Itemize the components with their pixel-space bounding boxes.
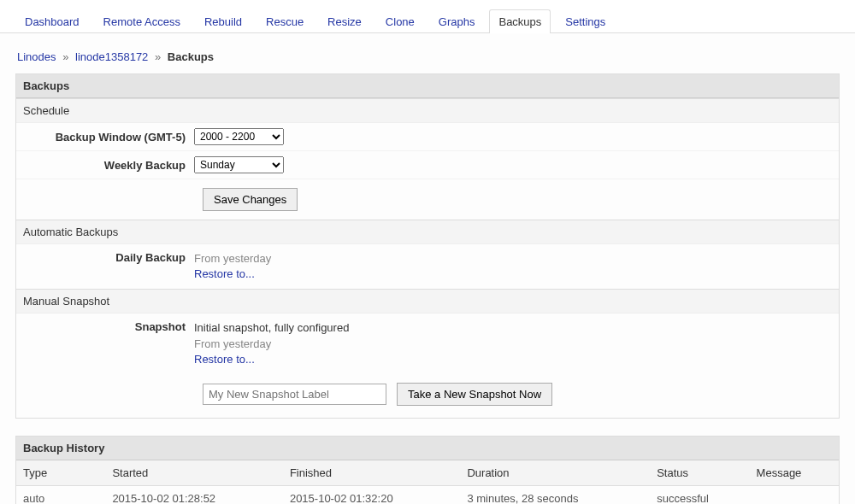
backup-window-select[interactable]: 2000 - 2200: [194, 128, 284, 145]
snapshot-label-input[interactable]: [203, 384, 386, 405]
snapshot-desc: Initial snapshot, fully configured: [194, 321, 349, 334]
breadcrumb-sep: »: [155, 50, 161, 63]
cell-finished: 2015-10-02 01:32:20: [283, 485, 461, 504]
tab-remote-access[interactable]: Remote Access: [94, 9, 190, 33]
cell-type: auto: [16, 485, 105, 504]
breadcrumb-root[interactable]: Linodes: [17, 50, 56, 63]
automatic-backups-header: Automatic Backups: [16, 220, 839, 244]
breadcrumb-sep: »: [62, 50, 68, 63]
tab-rescue[interactable]: Rescue: [256, 9, 313, 33]
take-snapshot-button[interactable]: Take a New Snapshot Now: [397, 383, 552, 406]
breadcrumb-current: Backups: [168, 50, 214, 63]
snapshot-label: Snapshot: [23, 320, 194, 367]
save-changes-button[interactable]: Save Changes: [203, 188, 298, 211]
col-finished: Finished: [283, 460, 461, 486]
schedule-header: Schedule: [16, 98, 839, 123]
tab-rebuild[interactable]: Rebuild: [195, 9, 251, 33]
breadcrumb: Linodes » linode1358172 » Backups: [15, 45, 840, 73]
tab-settings[interactable]: Settings: [556, 9, 615, 33]
table-row: auto2015-10-02 01:28:522015-10-02 01:32:…: [16, 485, 839, 504]
backup-window-label: Backup Window (GMT-5): [23, 131, 194, 144]
weekly-backup-label: Weekly Backup: [23, 159, 194, 172]
backup-history-table: Type Started Finished Duration Status Me…: [16, 460, 839, 504]
cell-started: 2015-10-02 01:28:52: [105, 485, 283, 504]
cell-duration: 3 minutes, 28 seconds: [460, 485, 650, 504]
daily-backup-when: From yesterday: [194, 252, 271, 265]
tab-resize[interactable]: Resize: [318, 9, 371, 33]
daily-restore-link[interactable]: Restore to...: [194, 267, 255, 280]
col-type: Type: [16, 460, 105, 486]
snapshot-restore-link[interactable]: Restore to...: [194, 353, 255, 366]
tab-dashboard[interactable]: Dashboard: [15, 9, 89, 33]
tab-backups[interactable]: Backups: [489, 9, 551, 33]
cell-status: successful: [650, 485, 749, 504]
backups-panel: Backups Schedule Backup Window (GMT-5) 2…: [15, 73, 840, 419]
col-duration: Duration: [460, 460, 650, 486]
tab-clone[interactable]: Clone: [376, 9, 424, 33]
breadcrumb-node[interactable]: linode1358172: [75, 50, 148, 63]
cell-message: [750, 485, 839, 504]
backup-history-title: Backup History: [16, 437, 839, 460]
manual-snapshot-header: Manual Snapshot: [16, 289, 839, 314]
weekly-backup-select[interactable]: Sunday: [194, 156, 284, 173]
tab-graphs[interactable]: Graphs: [429, 9, 485, 33]
backup-history-panel: Backup History Type Started Finished Dur…: [15, 436, 840, 504]
top-tabs: DashboardRemote AccessRebuildRescueResiz…: [0, 0, 855, 33]
panel-title: Backups: [16, 74, 839, 98]
col-message: Message: [750, 460, 839, 486]
col-started: Started: [105, 460, 283, 486]
snapshot-when: From yesterday: [194, 337, 271, 350]
col-status: Status: [650, 460, 749, 486]
daily-backup-label: Daily Backup: [23, 251, 194, 282]
